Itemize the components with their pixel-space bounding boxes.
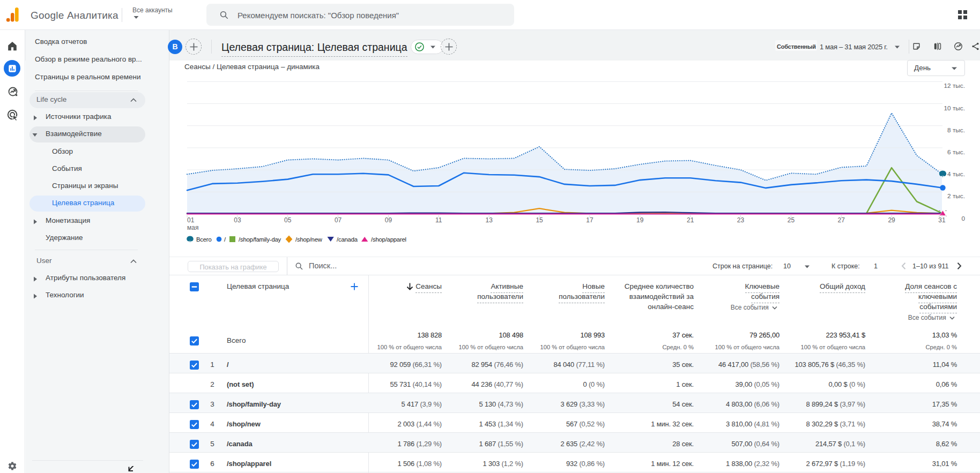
svg-text:15: 15 (536, 216, 543, 224)
svg-text:29: 29 (888, 216, 895, 224)
svg-text:07: 07 (335, 216, 342, 224)
svg-text:03: 03 (234, 216, 241, 224)
svg-text:/shop/new: /shop/new (295, 236, 323, 243)
svg-text:21: 21 (687, 216, 694, 224)
svg-text:/shop/apparel: /shop/apparel (371, 236, 406, 243)
svg-text:27: 27 (838, 216, 845, 224)
svg-text:12 тыс.: 12 тыс. (944, 82, 965, 89)
svg-text:4 тыс.: 4 тыс. (947, 170, 965, 178)
svg-text:23: 23 (737, 216, 745, 224)
svg-text:8 тыс.: 8 тыс. (947, 126, 965, 134)
svg-text:/: / (224, 236, 226, 243)
svg-text:Всего: Всего (196, 236, 212, 243)
svg-text:25: 25 (788, 216, 795, 224)
svg-text:0: 0 (961, 215, 965, 222)
svg-text:/canada: /canada (337, 236, 358, 243)
svg-text:мая: мая (187, 224, 198, 231)
svg-text:13: 13 (486, 216, 493, 224)
svg-text:6 тыс.: 6 тыс. (947, 148, 965, 156)
svg-text:31: 31 (938, 216, 946, 224)
svg-text:17: 17 (586, 216, 593, 224)
svg-text:10 тыс.: 10 тыс. (944, 104, 965, 112)
svg-text:05: 05 (284, 216, 292, 224)
svg-text:19: 19 (636, 216, 644, 224)
svg-text:09: 09 (385, 216, 392, 224)
svg-text:/shop/family-day: /shop/family-day (239, 236, 281, 243)
svg-text:01: 01 (187, 216, 195, 224)
svg-text:2 тыс.: 2 тыс. (947, 192, 965, 200)
svg-text:11: 11 (435, 216, 442, 224)
